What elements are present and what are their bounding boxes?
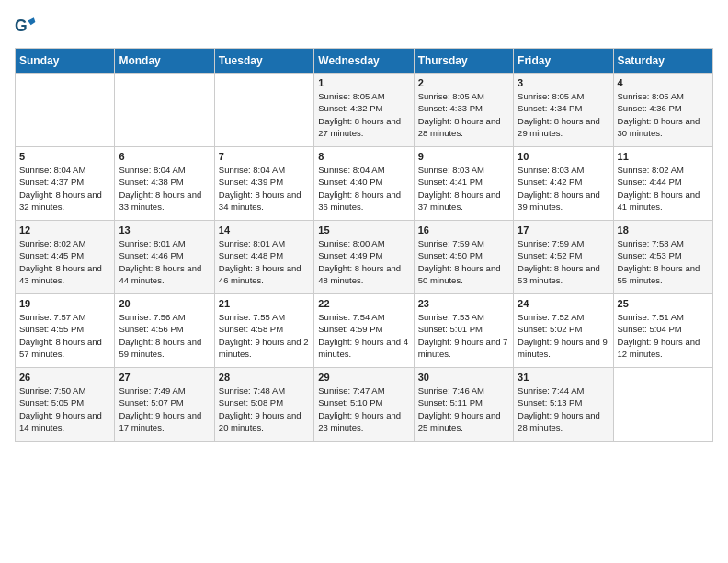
calendar-cell [16,74,115,147]
calendar-cell: 28Sunrise: 7:48 AM Sunset: 5:08 PM Dayli… [214,368,313,442]
calendar-cell: 11Sunrise: 8:02 AM Sunset: 4:44 PM Dayli… [613,147,712,221]
calendar-cell: 2Sunrise: 8:05 AM Sunset: 4:33 PM Daylig… [414,74,513,147]
calendar-cell: 18Sunrise: 7:58 AM Sunset: 4:53 PM Dayli… [613,221,712,294]
header-day: Thursday [414,49,513,74]
day-info: Sunrise: 8:03 AM Sunset: 4:41 PM Dayligh… [418,164,509,213]
header-day: Friday [514,49,613,74]
day-number: 27 [119,372,210,383]
calendar-cell: 10Sunrise: 8:03 AM Sunset: 4:42 PM Dayli… [514,147,613,221]
header-day: Tuesday [214,49,313,74]
calendar-cell: 25Sunrise: 7:51 AM Sunset: 5:04 PM Dayli… [613,294,712,368]
logo: G [15,15,40,37]
calendar-cell: 12Sunrise: 8:02 AM Sunset: 4:45 PM Dayli… [16,221,115,294]
day-info: Sunrise: 8:01 AM Sunset: 4:46 PM Dayligh… [119,237,210,286]
day-number: 26 [19,372,110,383]
day-info: Sunrise: 7:59 AM Sunset: 4:52 PM Dayligh… [518,237,609,286]
day-number: 22 [318,298,409,309]
day-number: 25 [618,298,709,309]
day-number: 31 [518,372,609,383]
day-number: 29 [318,372,409,383]
day-number: 14 [219,224,310,236]
calendar-cell: 29Sunrise: 7:47 AM Sunset: 5:10 PM Dayli… [314,368,414,442]
calendar-cell: 9Sunrise: 8:03 AM Sunset: 4:41 PM Daylig… [414,147,513,221]
day-number: 30 [418,372,509,383]
calendar-cell: 14Sunrise: 8:01 AM Sunset: 4:48 PM Dayli… [214,221,313,294]
calendar-week: 12Sunrise: 8:02 AM Sunset: 4:45 PM Dayli… [16,221,713,294]
day-info: Sunrise: 7:52 AM Sunset: 5:02 PM Dayligh… [518,311,609,360]
calendar-cell: 5Sunrise: 8:04 AM Sunset: 4:37 PM Daylig… [16,147,115,221]
day-number: 4 [618,77,709,88]
day-number: 3 [518,77,609,88]
calendar-cell [115,74,214,147]
day-info: Sunrise: 8:02 AM Sunset: 4:44 PM Dayligh… [618,164,709,213]
day-number: 28 [219,372,310,383]
day-info: Sunrise: 7:49 AM Sunset: 5:07 PM Dayligh… [119,385,210,433]
calendar-cell: 17Sunrise: 7:59 AM Sunset: 4:52 PM Dayli… [514,221,613,294]
day-number: 6 [119,151,210,162]
day-info: Sunrise: 8:03 AM Sunset: 4:42 PM Dayligh… [518,164,609,213]
day-info: Sunrise: 8:05 AM Sunset: 4:33 PM Dayligh… [418,90,509,139]
day-info: Sunrise: 8:02 AM Sunset: 4:45 PM Dayligh… [19,237,110,286]
day-info: Sunrise: 8:05 AM Sunset: 4:32 PM Dayligh… [318,90,409,139]
day-info: Sunrise: 7:57 AM Sunset: 4:55 PM Dayligh… [19,311,110,360]
calendar-cell: 8Sunrise: 8:04 AM Sunset: 4:40 PM Daylig… [314,147,414,221]
day-number: 18 [618,224,709,236]
calendar-cell: 23Sunrise: 7:53 AM Sunset: 5:01 PM Dayli… [414,294,513,368]
calendar-cell: 7Sunrise: 8:04 AM Sunset: 4:39 PM Daylig… [214,147,313,221]
day-number: 8 [318,151,409,162]
header-day: Wednesday [314,49,414,74]
calendar-week: 26Sunrise: 7:50 AM Sunset: 5:05 PM Dayli… [16,368,713,442]
day-number: 21 [219,298,310,309]
day-info: Sunrise: 7:51 AM Sunset: 5:04 PM Dayligh… [618,311,709,360]
svg-text:G: G [15,17,28,35]
calendar-week: 5Sunrise: 8:04 AM Sunset: 4:37 PM Daylig… [16,147,713,221]
day-info: Sunrise: 7:54 AM Sunset: 4:59 PM Dayligh… [318,311,409,360]
calendar-cell: 20Sunrise: 7:56 AM Sunset: 4:56 PM Dayli… [115,294,214,368]
day-info: Sunrise: 8:04 AM Sunset: 4:37 PM Dayligh… [19,164,110,213]
day-number: 15 [318,224,409,236]
calendar-cell: 16Sunrise: 7:59 AM Sunset: 4:50 PM Dayli… [414,221,513,294]
day-info: Sunrise: 8:05 AM Sunset: 4:36 PM Dayligh… [618,90,709,139]
calendar-cell [214,74,313,147]
day-info: Sunrise: 8:00 AM Sunset: 4:49 PM Dayligh… [318,237,409,286]
header-day: Saturday [613,49,712,74]
day-number: 23 [418,298,509,309]
day-info: Sunrise: 7:56 AM Sunset: 4:56 PM Dayligh… [119,311,210,360]
calendar-cell: 3Sunrise: 8:05 AM Sunset: 4:34 PM Daylig… [514,74,613,147]
day-number: 11 [618,151,709,162]
calendar-cell: 27Sunrise: 7:49 AM Sunset: 5:07 PM Dayli… [115,368,214,442]
calendar-cell: 30Sunrise: 7:46 AM Sunset: 5:11 PM Dayli… [414,368,513,442]
day-number: 19 [19,298,110,309]
header-day: Monday [115,49,214,74]
day-info: Sunrise: 7:46 AM Sunset: 5:11 PM Dayligh… [418,385,509,433]
calendar-cell: 21Sunrise: 7:55 AM Sunset: 4:58 PM Dayli… [214,294,313,368]
day-number: 7 [219,151,310,162]
calendar-cell: 4Sunrise: 8:05 AM Sunset: 4:36 PM Daylig… [613,74,712,147]
header-row: SundayMondayTuesdayWednesdayThursdayFrid… [16,49,713,74]
calendar-cell: 22Sunrise: 7:54 AM Sunset: 4:59 PM Dayli… [314,294,414,368]
header-day: Sunday [16,49,115,74]
calendar-table: SundayMondayTuesdayWednesdayThursdayFrid… [15,48,713,442]
calendar-header: SundayMondayTuesdayWednesdayThursdayFrid… [16,49,713,74]
day-info: Sunrise: 8:05 AM Sunset: 4:34 PM Dayligh… [518,90,609,139]
day-info: Sunrise: 7:59 AM Sunset: 4:50 PM Dayligh… [418,237,509,286]
day-info: Sunrise: 7:50 AM Sunset: 5:05 PM Dayligh… [19,385,110,433]
day-number: 2 [418,77,509,88]
calendar-cell: 6Sunrise: 8:04 AM Sunset: 4:38 PM Daylig… [115,147,214,221]
day-number: 9 [418,151,509,162]
day-number: 5 [19,151,110,162]
day-info: Sunrise: 8:04 AM Sunset: 4:40 PM Dayligh… [318,164,409,213]
day-info: Sunrise: 7:58 AM Sunset: 4:53 PM Dayligh… [618,237,709,286]
day-number: 24 [518,298,609,309]
calendar-cell: 26Sunrise: 7:50 AM Sunset: 5:05 PM Dayli… [16,368,115,442]
calendar-week: 19Sunrise: 7:57 AM Sunset: 4:55 PM Dayli… [16,294,713,368]
day-number: 12 [19,224,110,236]
day-number: 16 [418,224,509,236]
day-number: 20 [119,298,210,309]
day-info: Sunrise: 7:47 AM Sunset: 5:10 PM Dayligh… [318,385,409,433]
day-number: 1 [318,77,409,88]
day-info: Sunrise: 7:44 AM Sunset: 5:13 PM Dayligh… [518,385,609,433]
day-info: Sunrise: 8:04 AM Sunset: 4:39 PM Dayligh… [219,164,310,213]
day-info: Sunrise: 7:53 AM Sunset: 5:01 PM Dayligh… [418,311,509,360]
calendar-cell: 31Sunrise: 7:44 AM Sunset: 5:13 PM Dayli… [514,368,613,442]
